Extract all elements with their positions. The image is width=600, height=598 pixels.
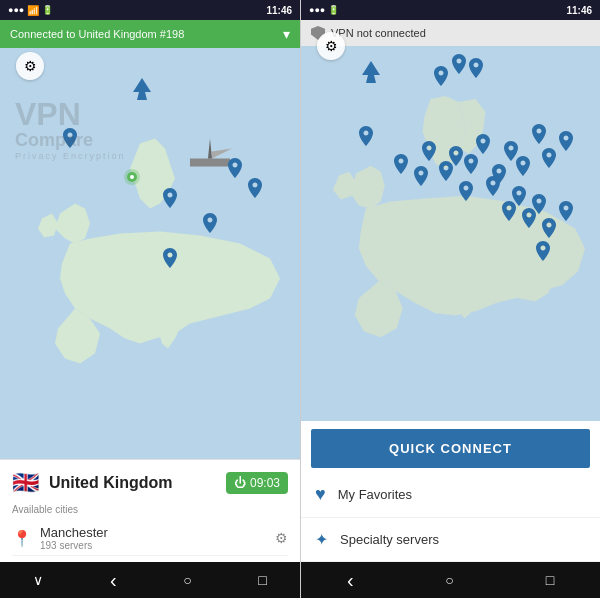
favorites-menu-item[interactable]: ♥ My Favorites (301, 472, 600, 518)
rpin-gr3[interactable] (534, 241, 552, 263)
map-pin-tree1[interactable] (133, 78, 151, 100)
left-gear-button[interactable]: ⚙ (16, 52, 44, 80)
city-row[interactable]: 📍 Manchester 193 servers ⚙ (12, 521, 288, 556)
city-settings-icon[interactable]: ⚙ (275, 530, 288, 546)
nav-home[interactable]: ○ (183, 572, 191, 588)
rpin-de11[interactable] (540, 148, 558, 170)
heart-icon: ♥ (315, 484, 326, 505)
right-nav-bar: ‹ ○ □ (301, 562, 600, 598)
nav-recent[interactable]: □ (258, 572, 266, 588)
right-nav-back[interactable]: ‹ (347, 569, 354, 592)
favorites-label: My Favorites (338, 487, 412, 502)
rpin-uk[interactable] (357, 126, 375, 148)
nav-arrow-left[interactable]: ∨ (33, 572, 43, 588)
left-settings-row: ⚙ (6, 46, 54, 86)
map-pin-4[interactable] (201, 213, 219, 235)
quick-connect-label: QUICK CONNECT (389, 441, 512, 456)
map-pin-3[interactable] (161, 188, 179, 210)
map-pin-active-uk[interactable] (123, 166, 141, 188)
country-row: 🇬🇧 United Kingdom ⏻ 09:03 (12, 470, 288, 496)
specialty-servers-menu-item[interactable]: ✦ Specialty servers (301, 518, 600, 562)
bottom-info: 🇬🇧 United Kingdom ⏻ 09:03 Available citi… (0, 459, 300, 562)
rpin-gr2[interactable] (557, 201, 575, 223)
connected-text: Connected to United Kingdom #198 (10, 28, 184, 40)
star-icon: ✦ (315, 530, 328, 549)
country-flag: 🇬🇧 (12, 470, 39, 496)
rpin-de2[interactable] (420, 141, 438, 163)
rpin-tree1[interactable] (362, 61, 380, 83)
left-panel: ●●● 📶 🔋 11:46 Connected to United Kingdo… (0, 0, 300, 598)
rpin-de4[interactable] (474, 134, 492, 156)
city-info: Manchester 193 servers (40, 525, 267, 551)
left-time: 11:46 (266, 5, 292, 16)
timer-badge: ⏻ 09:03 (226, 472, 288, 494)
rpin-fr2[interactable] (437, 161, 455, 183)
rpin-1[interactable] (432, 66, 450, 88)
right-time: 11:46 (566, 5, 592, 16)
right-signal-icon: ●●● (309, 5, 325, 15)
rpin-au1[interactable] (457, 181, 475, 203)
map-svg (0, 48, 300, 459)
map-pin-6[interactable] (246, 178, 264, 200)
left-nav-bar: ∨ ‹ ○ □ (0, 562, 300, 598)
right-nav-recent[interactable]: □ (546, 572, 554, 588)
city-name: Manchester (40, 525, 267, 540)
left-status-icons: ●●● 📶 🔋 (8, 5, 53, 16)
country-name: United Kingdom (49, 474, 216, 492)
nav-back[interactable]: ‹ (110, 569, 117, 592)
map-pin-5[interactable] (161, 248, 179, 270)
rpin-it2[interactable] (520, 208, 538, 230)
rpin-2[interactable] (450, 54, 468, 76)
gear-icon: ⚙ (24, 58, 37, 74)
rpin-fr1[interactable] (412, 166, 430, 188)
right-gear-button[interactable]: ⚙ (317, 32, 345, 60)
map-pin-2[interactable] (226, 158, 244, 180)
right-gear-icon: ⚙ (325, 38, 338, 54)
timer-value: 09:03 (250, 476, 280, 490)
rpin-de7[interactable] (557, 131, 575, 153)
rpin-au2[interactable] (484, 176, 502, 198)
left-map: VPN Compare Privacy Encryption (0, 48, 300, 459)
rpin-de10[interactable] (514, 156, 532, 178)
left-status-bar: ●●● 📶 🔋 11:46 (0, 0, 300, 20)
connected-bar[interactable]: Connected to United Kingdom #198 ▾ (0, 20, 300, 48)
wifi-icon: 📶 (27, 5, 39, 16)
rpin-de1[interactable] (392, 154, 410, 176)
signal-icon: ●●● (8, 5, 24, 15)
rpin-de8[interactable] (462, 154, 480, 176)
quick-connect-button[interactable]: QUICK CONNECT (311, 429, 590, 468)
svg-point-6 (130, 175, 134, 179)
map-pin-1[interactable] (61, 128, 79, 150)
connected-chevron[interactable]: ▾ (283, 26, 290, 42)
rpin-it1[interactable] (500, 201, 518, 223)
power-icon: ⏻ (234, 476, 246, 490)
right-map (301, 46, 600, 421)
specialty-servers-label: Specialty servers (340, 532, 439, 547)
right-battery-icon: 🔋 (328, 5, 339, 15)
battery-icon: 🔋 (42, 5, 53, 15)
right-nav-home[interactable]: ○ (445, 572, 453, 588)
right-panel: ●●● 🔋 11:46 VPN not connected ⚙ (300, 0, 600, 598)
city-servers: 193 servers (40, 540, 267, 551)
city-pin-icon: 📍 (12, 529, 32, 548)
rpin-3[interactable] (467, 58, 485, 80)
right-settings-row: ⚙ (307, 26, 355, 66)
available-cities-label: Available cities (12, 504, 288, 515)
right-status-bar: ●●● 🔋 11:46 (301, 0, 600, 20)
rpin-gr1[interactable] (540, 218, 558, 240)
rpin-de6[interactable] (530, 124, 548, 146)
svg-rect-1 (190, 159, 230, 167)
right-status-icons: ●●● 🔋 (309, 5, 339, 15)
